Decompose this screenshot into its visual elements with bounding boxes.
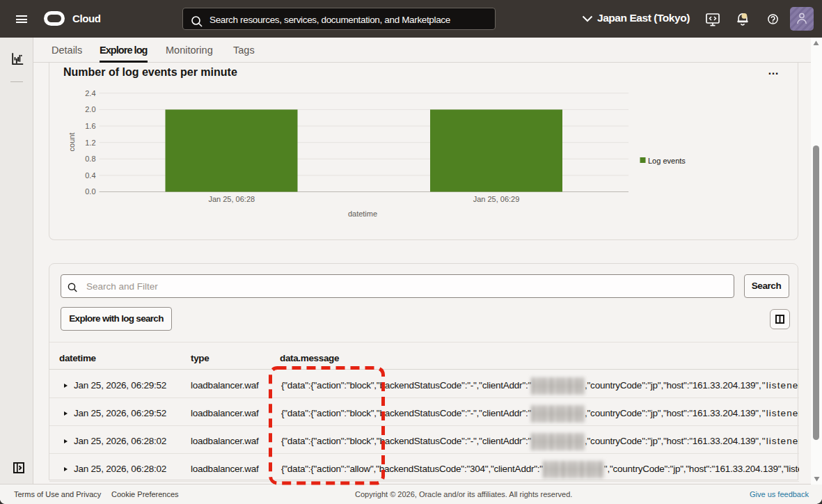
svg-text:datetime: datetime <box>348 210 377 218</box>
svg-text:1.2: 1.2 <box>85 139 95 147</box>
svg-text:Jan 25, 06:29: Jan 25, 06:29 <box>473 195 520 203</box>
svg-text:0.4: 0.4 <box>85 171 95 180</box>
svg-text:2.0: 2.0 <box>85 105 95 113</box>
svg-text:1.6: 1.6 <box>85 122 95 130</box>
svg-text:Jan 25, 06:28: Jan 25, 06:28 <box>208 195 255 203</box>
svg-text:Log events: Log events <box>648 157 686 165</box>
svg-text:0.0: 0.0 <box>85 187 95 196</box>
svg-text:2.4: 2.4 <box>85 89 95 97</box>
svg-text:count: count <box>68 133 76 152</box>
svg-text:0.8: 0.8 <box>85 155 95 163</box>
